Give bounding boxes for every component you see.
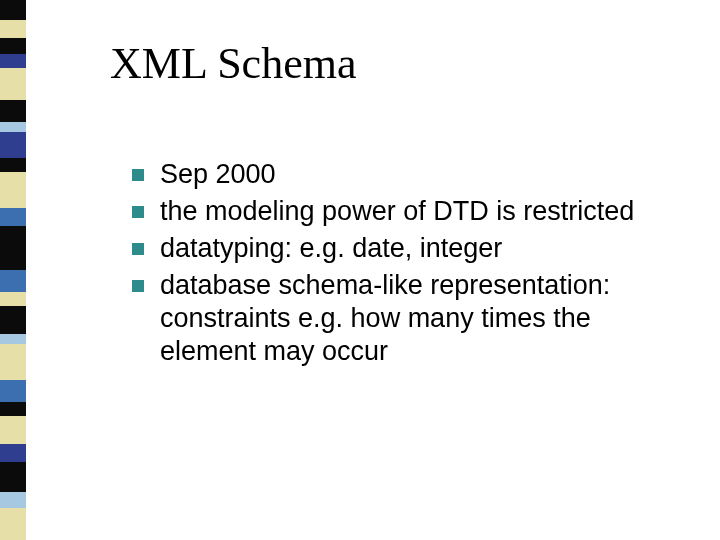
list-item-text: datatyping: e.g. date, integer (160, 232, 680, 265)
list-item-text: database schema-like representation: con… (160, 269, 680, 368)
square-bullet-icon (132, 280, 144, 292)
sidebar-stripe (0, 54, 26, 68)
list-item-text: the modeling power of DTD is restricted (160, 195, 680, 228)
sidebar-stripe (0, 226, 26, 270)
list-item: database schema-like representation: con… (132, 269, 680, 368)
sidebar-stripe (0, 122, 26, 132)
sidebar-stripe (0, 270, 26, 292)
sidebar-stripe (0, 416, 26, 444)
sidebar-stripe (0, 334, 26, 344)
square-bullet-icon (132, 169, 144, 181)
bullet-list: Sep 2000 the modeling power of DTD is re… (132, 158, 680, 372)
sidebar-stripe (0, 0, 26, 20)
list-item: datatyping: e.g. date, integer (132, 232, 680, 265)
sidebar-stripe (0, 380, 26, 402)
sidebar-stripe (0, 508, 26, 540)
sidebar-stripe (0, 208, 26, 226)
list-item-text: Sep 2000 (160, 158, 680, 191)
slide-title: XML Schema (110, 38, 356, 89)
sidebar-stripe (0, 172, 26, 208)
sidebar-stripe (0, 444, 26, 462)
sidebar-stripe (0, 68, 26, 100)
square-bullet-icon (132, 206, 144, 218)
sidebar-stripe (0, 132, 26, 158)
sidebar-stripe (0, 462, 26, 492)
sidebar-stripe (0, 292, 26, 306)
sidebar-stripe (0, 306, 26, 334)
list-item: the modeling power of DTD is restricted (132, 195, 680, 228)
sidebar-stripe (0, 38, 26, 54)
sidebar-stripe (0, 402, 26, 416)
slide: XML Schema Sep 2000 the modeling power o… (0, 0, 720, 540)
sidebar-stripe (0, 100, 26, 122)
square-bullet-icon (132, 243, 144, 255)
decorative-sidebar (0, 0, 26, 540)
list-item: Sep 2000 (132, 158, 680, 191)
sidebar-stripe (0, 158, 26, 172)
sidebar-stripe (0, 344, 26, 380)
sidebar-stripe (0, 20, 26, 38)
sidebar-stripe (0, 492, 26, 508)
